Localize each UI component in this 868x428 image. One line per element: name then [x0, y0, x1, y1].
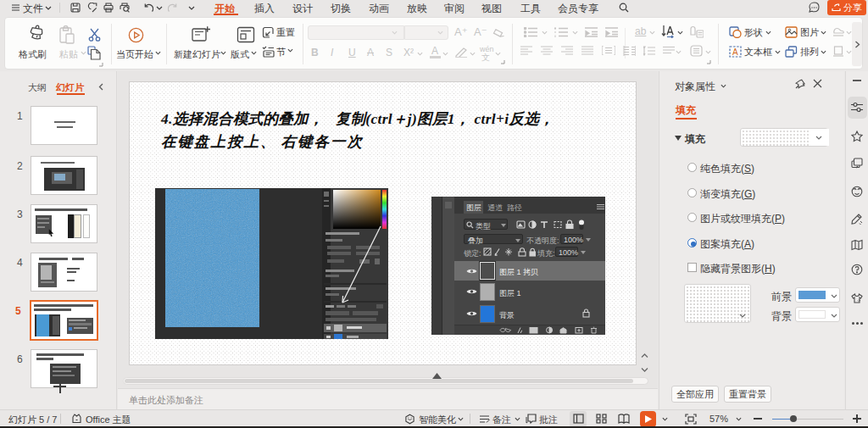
svg-text:A: A — [732, 47, 738, 57]
